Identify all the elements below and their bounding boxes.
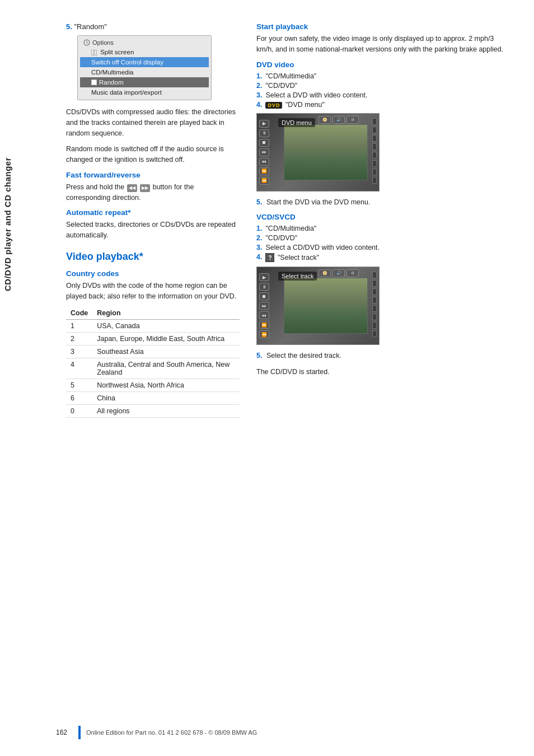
vcd-bar6: [372, 314, 377, 320]
footer-text: Online Edition for Part no. 01 41 2 602 …: [86, 729, 257, 736]
dvd-video-heading: DVD video: [256, 60, 512, 69]
table-cell-region: USA, Canada: [92, 320, 240, 333]
vcd-bar2: [372, 280, 377, 287]
side-tab: CD/DVD player and CD changer: [0, 56, 16, 392]
vcd-image-area: [284, 278, 368, 334]
dvd-controls-right: [372, 118, 377, 184]
vcd-step5b: The CD/DVD is started.: [256, 367, 512, 377]
table-cell-code: 6: [66, 392, 92, 405]
country-codes-text: Only DVDs with the code of the home regi…: [66, 281, 240, 302]
options-item-random: Random: [80, 77, 209, 87]
options-item-switchoff: Switch off Control display: [80, 57, 209, 67]
vcd-ctrl-pause: ⏸: [259, 283, 269, 291]
random-para1: CDs/DVDs with compressed audio files: th…: [66, 107, 240, 138]
qmark-icon: ?: [265, 253, 274, 262]
options-icon: [83, 39, 90, 46]
table-header-code: Code: [66, 307, 92, 320]
dvd-icon2: 🔊: [332, 116, 345, 124]
table-header-region: Region: [92, 307, 240, 320]
table-row: 2Japan, Europe, Middle East, South Afric…: [66, 333, 240, 346]
bar8: [372, 177, 377, 184]
vcd-svcd-heading: VCD/SVCD: [256, 213, 512, 221]
table-row: 6China: [66, 392, 240, 405]
auto-repeat-section: Automatic repeat* Selected tracks, direc…: [66, 208, 240, 241]
fastforward-button: ▶▶: [140, 184, 150, 192]
fast-forward-text: Press and hold the ◀◀ ▶▶ button for the …: [66, 182, 240, 203]
table-cell-code: 0: [66, 405, 92, 418]
table-cell-code: 2: [66, 333, 92, 346]
auto-repeat-text: Selected tracks, directories or CDs/DVDs…: [66, 220, 240, 241]
options-menu-title: Options: [80, 38, 209, 47]
vcd-list-item-2: 2. "CD/DVD": [256, 234, 512, 242]
vcd-controls-left: ▶ ⏸ ⏹ ⏭ ⏮ ⏩ ⏪: [259, 273, 269, 338]
side-tab-text: CD/DVD player and CD changer: [3, 157, 13, 291]
vcd-list-item-3: 3. Select a CD/DVD with video content.: [256, 244, 512, 251]
start-playback-text: For your own safety, the video image is …: [256, 34, 512, 55]
table-row: 1USA, Canada: [66, 320, 240, 333]
bar1: [372, 118, 377, 125]
footer-bar: [78, 726, 81, 739]
vcd-ctrl-prev: ⏮: [259, 311, 269, 319]
dvd-list-item-1: 1. "CD/Multimedia": [256, 72, 512, 80]
auto-repeat-heading: Automatic repeat*: [66, 208, 240, 217]
vcd-list: 1. "CD/Multimedia" 2. "CD/DVD" 3. Select…: [256, 225, 512, 262]
step5-num: 5.: [66, 22, 72, 31]
ctrl-next: ⏭: [259, 148, 269, 156]
dvd-icon1: 📀: [318, 116, 331, 124]
checkbox-random: [91, 80, 97, 85]
step5-random: 5. "Random": [66, 22, 240, 31]
right-column: Start playback For your own safety, the …: [256, 22, 512, 418]
vcd-ctrl-fwd: ⏩: [259, 321, 269, 329]
dvd-screenshot: 📀 🔊 ⚙ DVD menu ▶ ⏸ ⏹ ⏭ ⏮ ⏩ ⏪: [256, 113, 380, 192]
table-cell-region: Japan, Europe, Middle East, South Africa: [92, 333, 240, 346]
bar4: [372, 143, 377, 150]
vcd-icon3: ⚙: [346, 269, 359, 277]
options-item-cdmultimedia: CD/Multimedia: [80, 67, 209, 77]
vcd-select-track-label: Select track: [278, 272, 317, 281]
vcd-bar1: [372, 272, 377, 278]
ctrl-pause: ⏸: [259, 129, 269, 137]
dvd-top-icons: 📀 🔊 ⚙: [318, 116, 359, 124]
ctrl-rew: ⏪: [259, 177, 269, 185]
vcd-ctrl-next: ⏭: [259, 302, 269, 310]
vcd-bar7: [372, 322, 377, 329]
bar6: [372, 160, 377, 167]
dvd-list-item-2: 2. "CD/DVD": [256, 82, 512, 90]
dvd-list-item-4: 4. DVD "DVD menu": [256, 101, 512, 109]
country-codes-table: Code Region 1USA, Canada2Japan, Europe, …: [66, 307, 240, 418]
dvd-video-list: 1. "CD/Multimedia" 2. "CD/DVD" 3. Select…: [256, 72, 512, 109]
ctrl-stop: ⏹: [259, 139, 269, 147]
country-codes-heading: Country codes: [66, 269, 240, 278]
dvd-icon3: ⚙: [346, 116, 359, 124]
vcd-ctrl-play: ▶: [259, 273, 269, 281]
table-cell-code: 1: [66, 320, 92, 333]
bar5: [372, 152, 377, 158]
left-column: 5. "Random" Options Split screen Switch …: [66, 22, 240, 418]
table-cell-code: 4: [66, 358, 92, 379]
step5-text: "Random": [74, 22, 106, 31]
bar3: [372, 135, 377, 142]
dvd-step5: 5. Start the DVD via the DVD menu.: [256, 197, 512, 208]
vcd-list-item-4: 4. ? "Select track": [256, 253, 512, 262]
table-row: 4Australia, Central and South America, N…: [66, 358, 240, 379]
dvd-logo: DVD: [265, 102, 282, 109]
footer: 162 Online Edition for Part no. 01 41 2 …: [0, 726, 534, 739]
vcd-top-icons: 📀 🔊 ⚙: [318, 269, 359, 277]
table-cell-region: China: [92, 392, 240, 405]
options-menu-screenshot: Options Split screen Switch off Control …: [77, 35, 212, 100]
fast-forward-heading: Fast forward/reverse: [66, 171, 240, 179]
vcd-ctrl-rew: ⏪: [259, 330, 269, 338]
table-cell-code: 3: [66, 346, 92, 358]
dvd-menu-label: DVD menu: [278, 118, 315, 127]
vcd-icon1: 📀: [318, 269, 331, 277]
options-item-split: Split screen: [80, 47, 209, 57]
dvd-controls-left: ▶ ⏸ ⏹ ⏭ ⏮ ⏩ ⏪: [259, 120, 269, 185]
start-playback-heading: Start playback: [256, 22, 512, 31]
vcd-controls-right: [372, 272, 377, 338]
random-para2: Random mode is switched off if the audio…: [66, 144, 240, 165]
vcd-screenshot: 📀 🔊 ⚙ Select track ▶ ⏸ ⏹ ⏭ ⏮ ⏩ ⏪: [256, 267, 380, 345]
vcd-ctrl-stop: ⏹: [259, 292, 269, 300]
table-cell-region: Northwest Asia, North Africa: [92, 379, 240, 392]
table-row: 0All regions: [66, 405, 240, 418]
bar7: [372, 169, 377, 175]
